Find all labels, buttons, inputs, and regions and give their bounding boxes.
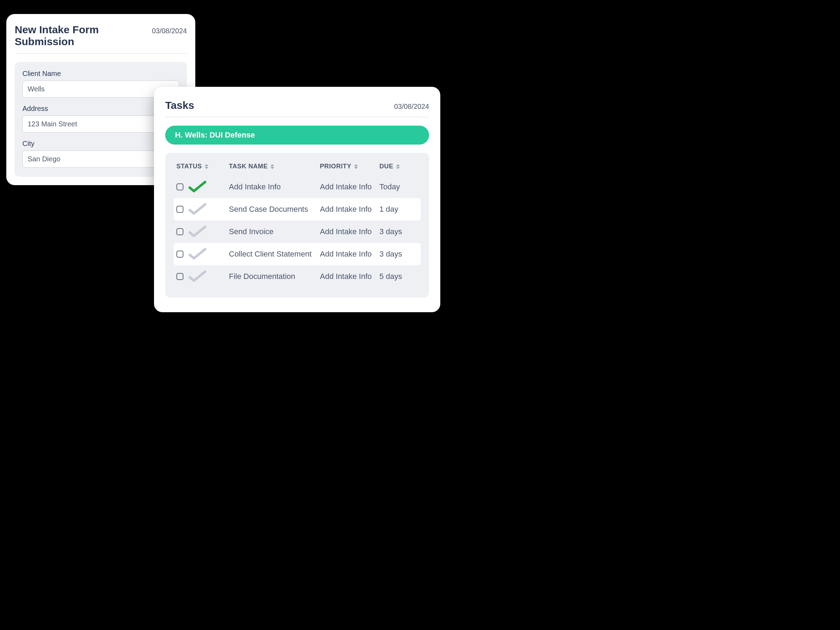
priority-cell: Add Intake Info bbox=[320, 272, 379, 281]
col-due-label: DUE bbox=[379, 163, 393, 170]
case-pill[interactable]: H. Wells: DUI Defense bbox=[165, 126, 429, 145]
col-task-name-label: TASK NAME bbox=[229, 163, 268, 170]
tasks-title: Tasks bbox=[165, 99, 194, 111]
sort-icon bbox=[205, 164, 208, 169]
col-due[interactable]: DUE bbox=[379, 163, 418, 170]
table-row: Add Intake InfoAdd Intake InfoToday bbox=[174, 176, 421, 198]
col-status[interactable]: STATUS bbox=[177, 163, 229, 170]
intake-date: 03/08/2024 bbox=[152, 27, 187, 35]
row-checkbox[interactable] bbox=[177, 251, 183, 257]
col-priority-label: PRIORITY bbox=[320, 163, 351, 170]
priority-cell: Add Intake Info bbox=[320, 205, 379, 214]
priority-cell: Add Intake Info bbox=[320, 249, 379, 259]
status-cell bbox=[177, 203, 229, 216]
status-cell bbox=[177, 270, 229, 283]
task-name-cell: Send Invoice bbox=[229, 227, 320, 236]
priority-cell: Add Intake Info bbox=[320, 182, 379, 191]
row-checkbox[interactable] bbox=[177, 228, 183, 235]
client-name-label: Client Name bbox=[22, 69, 179, 78]
col-priority[interactable]: PRIORITY bbox=[320, 163, 379, 170]
check-pending-icon[interactable] bbox=[188, 248, 207, 261]
table-row: Send InvoiceAdd Intake Info3 days bbox=[174, 221, 421, 243]
check-pending-icon[interactable] bbox=[188, 203, 207, 216]
tasks-card: Tasks 03/08/2024 H. Wells: DUI Defense S… bbox=[154, 87, 440, 312]
sort-icon bbox=[396, 164, 400, 169]
task-name-cell: File Documentation bbox=[229, 272, 320, 281]
row-checkbox[interactable] bbox=[177, 206, 183, 213]
check-pending-icon[interactable] bbox=[188, 226, 207, 238]
due-cell: 3 days bbox=[379, 249, 418, 259]
table-header-row: STATUS TASK NAME PRIORITY bbox=[174, 161, 421, 176]
due-cell: 5 days bbox=[379, 272, 418, 281]
task-name-cell: Collect Client Statement bbox=[229, 249, 320, 259]
sort-icon bbox=[270, 164, 274, 169]
status-cell bbox=[177, 181, 229, 193]
col-task-name[interactable]: TASK NAME bbox=[229, 163, 320, 170]
priority-cell: Add Intake Info bbox=[320, 227, 379, 236]
tasks-table: STATUS TASK NAME PRIORITY bbox=[165, 153, 429, 297]
due-cell: 1 day bbox=[379, 205, 418, 214]
table-row: Send Case DocumentsAdd Intake Info1 day bbox=[174, 198, 421, 221]
check-pending-icon[interactable] bbox=[188, 270, 207, 283]
tasks-header: Tasks 03/08/2024 bbox=[165, 99, 429, 117]
intake-header: New Intake Form Submission 03/08/2024 bbox=[15, 24, 187, 54]
table-row: Collect Client StatementAdd Intake Info3… bbox=[174, 243, 421, 265]
table-row: File DocumentationAdd Intake Info5 days bbox=[174, 265, 421, 288]
tasks-date: 03/08/2024 bbox=[394, 103, 429, 111]
status-cell bbox=[177, 248, 229, 261]
due-cell: 3 days bbox=[379, 227, 418, 236]
col-status-label: STATUS bbox=[177, 163, 202, 170]
task-name-cell: Send Case Documents bbox=[229, 205, 320, 214]
intake-title: New Intake Form Submission bbox=[15, 24, 152, 47]
due-cell: Today bbox=[379, 182, 418, 191]
check-done-icon[interactable] bbox=[188, 181, 207, 193]
sort-icon bbox=[354, 164, 358, 169]
row-checkbox[interactable] bbox=[177, 273, 183, 280]
task-name-cell: Add Intake Info bbox=[229, 182, 320, 191]
status-cell bbox=[177, 226, 229, 238]
row-checkbox[interactable] bbox=[177, 183, 183, 190]
